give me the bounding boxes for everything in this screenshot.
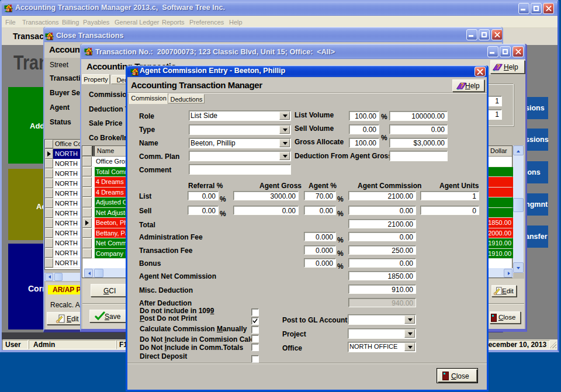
svg-text:?: ? [496,64,500,70]
svg-text:?: ? [460,82,463,89]
